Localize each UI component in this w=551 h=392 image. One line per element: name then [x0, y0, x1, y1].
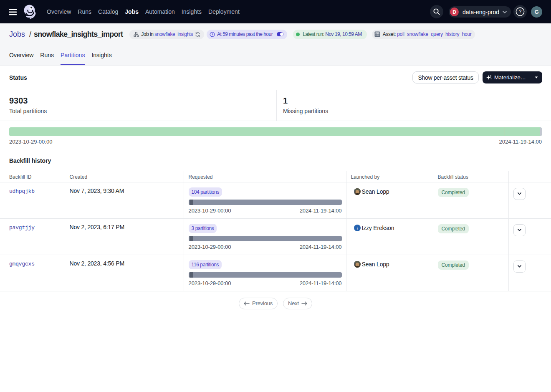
svg-text:?: ?	[519, 9, 522, 15]
svg-text:i: i	[356, 226, 357, 230]
